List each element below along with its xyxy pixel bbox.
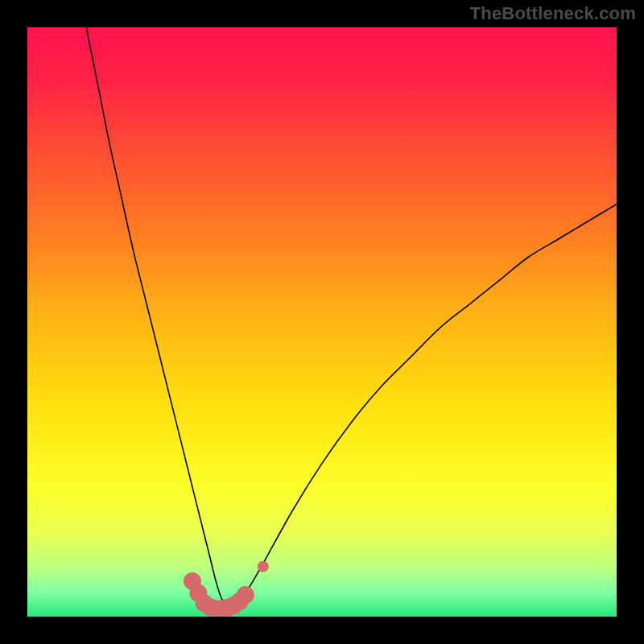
highlight-point [258,561,269,572]
chart-svg [27,27,617,617]
chart-frame: TheBottleneck.com [0,0,644,644]
plot-area [27,27,617,617]
highlight-point [237,586,254,604]
gradient-bg [27,27,617,617]
watermark-text: TheBottleneck.com [470,3,636,24]
